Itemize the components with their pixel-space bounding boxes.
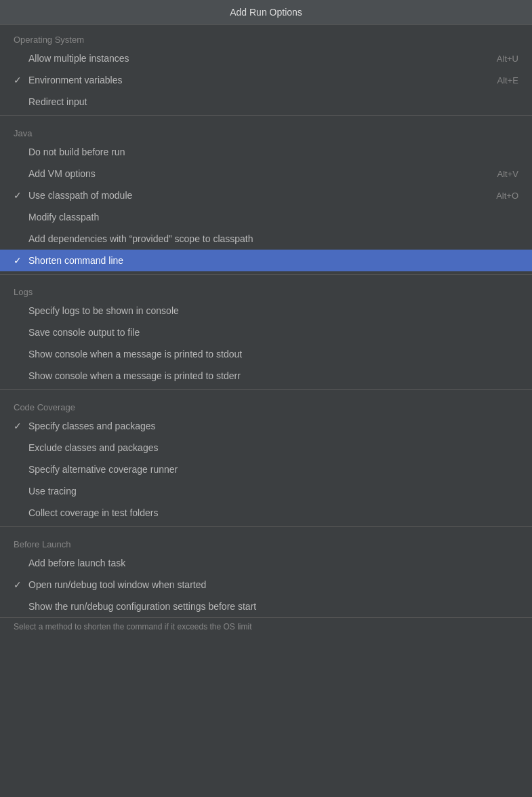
item-label-exclude-classes-packages: Exclude classes and packages: [28, 442, 518, 453]
item-label-specify-logs: Specify logs to be shown in console: [28, 305, 518, 316]
divider-code-coverage: [0, 526, 532, 527]
item-label-use-classpath-of-module: Use classpath of module: [28, 190, 483, 201]
shortcut-environment-variables: Alt+E: [497, 75, 518, 85]
menu-item-add-before-launch-task[interactable]: Add before launch task: [0, 552, 532, 574]
menu-item-collect-coverage-test-folders[interactable]: Collect coverage in test folders: [0, 502, 532, 524]
item-label-allow-multiple-instances: Allow multiple instances: [28, 53, 483, 64]
item-label-modify-classpath: Modify classpath: [28, 212, 518, 222]
menu-item-show-console-stderr[interactable]: Show console when a message is printed t…: [0, 365, 532, 387]
menu-item-add-dependencies[interactable]: Add dependencies with “provided” scope t…: [0, 228, 532, 250]
item-label-add-dependencies: Add dependencies with “provided” scope t…: [28, 233, 518, 244]
item-label-show-run-debug-config-settings: Show the run/debug configuration setting…: [28, 601, 518, 612]
shortcut-allow-multiple-instances: Alt+U: [497, 54, 518, 64]
check-icon-use-classpath-of-module: ✓: [14, 190, 28, 201]
item-label-open-run-debug-tool-window: Open run/debug tool window when started: [28, 579, 518, 590]
shortcut-add-vm-options: Alt+V: [497, 169, 518, 179]
menu-item-modify-classpath[interactable]: Modify classpath: [0, 206, 532, 228]
menu-item-add-vm-options[interactable]: Add VM optionsAlt+V: [0, 163, 532, 184]
item-label-shorten-command-line: Shorten command line: [28, 255, 518, 266]
item-label-use-tracing: Use tracing: [28, 486, 518, 497]
menu-item-shorten-command-line[interactable]: ✓Shorten command line: [0, 250, 532, 271]
divider-logs: [0, 389, 532, 390]
menu-item-show-console-stdout[interactable]: Show console when a message is printed t…: [0, 343, 532, 365]
section-header-before-launch: Before Launch: [0, 532, 532, 552]
section-header-logs: Logs: [0, 280, 532, 300]
check-icon-shorten-command-line: ✓: [14, 255, 28, 266]
menu-item-environment-variables[interactable]: ✓Environment variablesAlt+E: [0, 69, 532, 91]
item-label-show-console-stdout: Show console when a message is printed t…: [28, 349, 518, 359]
item-label-do-not-build-before-run: Do not build before run: [28, 147, 518, 157]
dialog-title: Add Run Options: [0, 0, 532, 25]
section-header-java: Java: [0, 121, 532, 141]
menu-list: Operating SystemAllow multiple instances…: [0, 25, 532, 617]
menu-item-show-run-debug-config-settings[interactable]: Show the run/debug configuration setting…: [0, 596, 532, 617]
menu-item-use-tracing[interactable]: Use tracing: [0, 480, 532, 502]
item-label-collect-coverage-test-folders: Collect coverage in test folders: [28, 507, 518, 518]
menu-item-use-classpath-of-module[interactable]: ✓Use classpath of moduleAlt+O: [0, 184, 532, 206]
menu-item-save-console-output[interactable]: Save console output to file: [0, 322, 532, 343]
item-label-redirect-input: Redirect input: [28, 96, 518, 107]
shortcut-use-classpath-of-module: Alt+O: [496, 191, 518, 201]
menu-item-allow-multiple-instances[interactable]: Allow multiple instancesAlt+U: [0, 47, 532, 69]
section-header-code-coverage: Code Coverage: [0, 395, 532, 415]
menu-item-do-not-build-before-run[interactable]: Do not build before run: [0, 141, 532, 163]
check-icon-open-run-debug-tool-window: ✓: [14, 579, 28, 590]
divider-java: [0, 274, 532, 275]
menu-item-specify-classes-packages[interactable]: ✓Specify classes and packages: [0, 415, 532, 437]
item-label-specify-classes-packages: Specify classes and packages: [28, 421, 518, 431]
menu-item-specify-logs[interactable]: Specify logs to be shown in console: [0, 300, 532, 322]
check-icon-specify-classes-packages: ✓: [14, 421, 28, 431]
menu-item-specify-alternative-coverage[interactable]: Specify alternative coverage runner: [0, 459, 532, 480]
add-run-options-dialog: Add Run Options Operating SystemAllow mu…: [0, 0, 532, 636]
item-label-save-console-output: Save console output to file: [28, 327, 518, 338]
menu-item-open-run-debug-tool-window[interactable]: ✓Open run/debug tool window when started: [0, 574, 532, 596]
item-label-specify-alternative-coverage: Specify alternative coverage runner: [28, 464, 518, 475]
menu-item-redirect-input[interactable]: Redirect input: [0, 91, 532, 113]
item-label-add-before-launch-task: Add before launch task: [28, 558, 518, 568]
item-label-environment-variables: Environment variables: [28, 75, 484, 85]
status-bar: Select a method to shorten the command i…: [0, 617, 532, 636]
check-icon-environment-variables: ✓: [14, 75, 28, 85]
menu-item-exclude-classes-packages[interactable]: Exclude classes and packages: [0, 437, 532, 459]
section-header-operating-system: Operating System: [0, 28, 532, 47]
item-label-add-vm-options: Add VM options: [28, 168, 484, 179]
divider-operating-system: [0, 115, 532, 116]
item-label-show-console-stderr: Show console when a message is printed t…: [28, 370, 518, 381]
